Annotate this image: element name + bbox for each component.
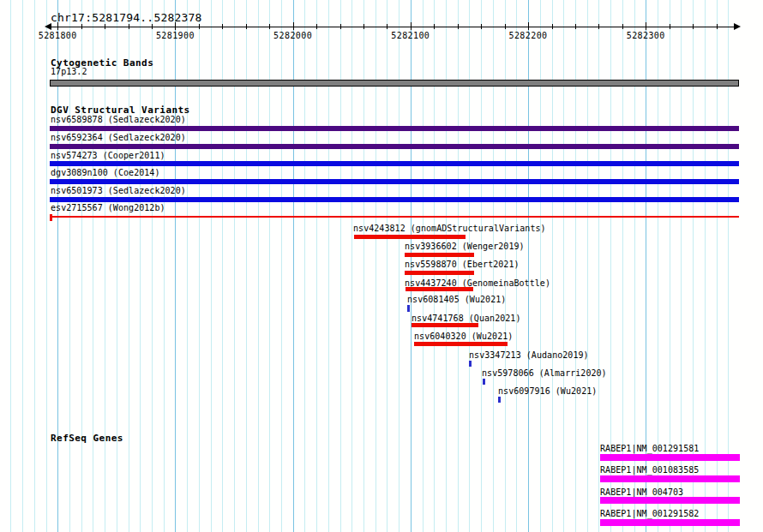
variant-label[interactable]: nsv5978066 (Almarri2020) — [482, 369, 607, 378]
variant-bar[interactable] — [50, 197, 739, 202]
variant-label[interactable]: nsv574273 (Cooper2011) — [51, 152, 165, 160]
variant-label[interactable]: nsv3936602 (Wenger2019) — [405, 242, 525, 251]
variant-bar[interactable] — [412, 323, 478, 327]
genome-browser-canvas: chr17:5281794..5282378 52818005281900528… — [0, 0, 763, 532]
gene-bar[interactable] — [600, 475, 740, 482]
variant-bar[interactable] — [414, 342, 508, 346]
variant-bar[interactable] — [405, 253, 474, 257]
variant-label[interactable]: esv2715567 (Wong2012b) — [51, 204, 165, 212]
variant-label[interactable]: nsv6501973 (Sedlazeck2020) — [51, 187, 186, 195]
gene-bar[interactable] — [600, 454, 740, 461]
variant-bar[interactable] — [354, 235, 466, 239]
variant-bar[interactable] — [406, 287, 473, 291]
gene-label[interactable]: RABEP1|NM_001291581 — [600, 445, 699, 453]
variant-line[interactable] — [50, 216, 739, 218]
variant-bar[interactable] — [405, 271, 474, 275]
variant-label[interactable]: nsv6081405 (Wu2021) — [407, 296, 506, 304]
variant-label[interactable]: nsv4243812 (gnomADStructuralVariants) — [353, 224, 546, 233]
cytoband-label: 17p13.2 — [51, 68, 87, 76]
variant-label[interactable]: nsv4741768 (Quan2021) — [412, 314, 520, 323]
variant-tick[interactable] — [407, 305, 410, 312]
variant-bar[interactable] — [50, 144, 739, 149]
gene-bar[interactable] — [600, 519, 740, 526]
variant-label[interactable]: nsv6040320 (Wu2021) — [414, 332, 513, 341]
variant-tick[interactable] — [469, 361, 472, 367]
variant-label[interactable]: nsv5598870 (Ebert2021) — [405, 260, 520, 269]
variant-start-cap — [50, 214, 52, 221]
variant-label[interactable]: nsv3347213 (Audano2019) — [469, 351, 589, 360]
gene-label[interactable]: RABEP1|NM_004703 — [600, 488, 683, 497]
variant-tick[interactable] — [483, 379, 485, 385]
variant-bar[interactable] — [50, 126, 739, 131]
refseq-genes-title: RefSeq Genes — [51, 433, 123, 443]
gene-bar[interactable] — [600, 497, 740, 504]
dgv-structural-variants-title: DGV Structural Variants — [51, 105, 190, 115]
gene-label[interactable]: RABEP1|NM_001291582 — [600, 510, 699, 518]
cytoband-bar — [50, 80, 739, 87]
gene-label[interactable]: RABEP1|NM_001083585 — [600, 466, 699, 475]
variant-bar[interactable] — [50, 179, 739, 184]
variant-label[interactable]: dgv3089n100 (Coe2014) — [51, 169, 159, 177]
tracks-layer: Cytogenetic Bands 17p13.2 DGV Structural… — [0, 0, 763, 532]
variant-bar[interactable] — [50, 161, 739, 166]
variant-label[interactable]: nsv6097916 (Wu2021) — [498, 387, 597, 396]
variant-label[interactable]: nsv6589878 (Sedlazeck2020) — [51, 116, 186, 124]
variant-label[interactable]: nsv6592364 (Sedlazeck2020) — [51, 134, 186, 142]
variant-tick[interactable] — [498, 397, 501, 403]
